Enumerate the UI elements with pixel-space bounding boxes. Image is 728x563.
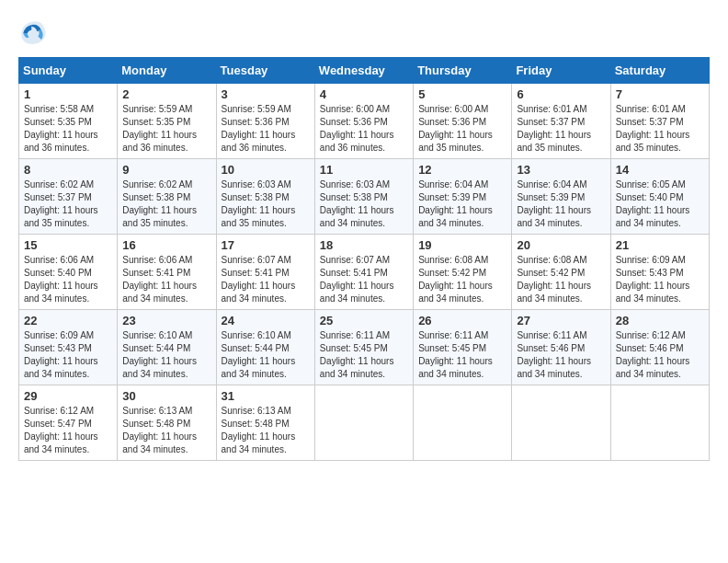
calendar-cell: 13 Sunrise: 6:04 AMSunset: 5:39 PMDaylig… <box>512 159 610 235</box>
calendar-cell: 18 Sunrise: 6:07 AMSunset: 5:41 PMDaylig… <box>314 235 413 310</box>
calendar-cell <box>414 385 512 461</box>
cell-info: Sunrise: 6:03 AMSunset: 5:38 PMDaylight:… <box>320 179 394 228</box>
cell-info: Sunrise: 6:10 AMSunset: 5:44 PMDaylight:… <box>222 330 296 379</box>
calendar-cell <box>314 385 413 461</box>
cell-info: Sunrise: 6:09 AMSunset: 5:43 PMDaylight:… <box>616 255 690 304</box>
calendar-cell: 30 Sunrise: 6:13 AMSunset: 5:48 PMDaylig… <box>118 385 216 461</box>
day-number: 3 <box>222 87 310 101</box>
day-number: 10 <box>222 163 310 177</box>
day-number: 26 <box>418 314 506 327</box>
column-header-monday: Monday <box>118 58 216 84</box>
cell-info: Sunrise: 5:58 AMSunset: 5:35 PMDaylight:… <box>24 104 98 153</box>
column-header-thursday: Thursday <box>414 58 512 84</box>
cell-info: Sunrise: 6:12 AMSunset: 5:47 PMDaylight:… <box>24 406 98 454</box>
calendar-cell: 14 Sunrise: 6:05 AMSunset: 5:40 PMDaylig… <box>610 159 709 235</box>
day-number: 30 <box>122 389 210 403</box>
calendar-cell: 31 Sunrise: 6:13 AMSunset: 5:48 PMDaylig… <box>216 385 314 461</box>
day-number: 7 <box>616 87 704 101</box>
cell-info: Sunrise: 6:10 AMSunset: 5:44 PMDaylight:… <box>122 330 197 379</box>
day-number: 4 <box>320 87 408 101</box>
calendar-cell: 2 Sunrise: 5:59 AMSunset: 5:35 PMDayligh… <box>118 84 216 159</box>
calendar-cell <box>610 385 709 461</box>
day-number: 13 <box>517 163 605 177</box>
cell-info: Sunrise: 6:05 AMSunset: 5:40 PMDaylight:… <box>616 179 690 228</box>
day-number: 23 <box>122 314 210 327</box>
cell-info: Sunrise: 6:08 AMSunset: 5:42 PMDaylight:… <box>517 255 591 304</box>
cell-info: Sunrise: 6:04 AMSunset: 5:39 PMDaylight:… <box>418 179 493 228</box>
calendar-cell: 27 Sunrise: 6:11 AMSunset: 5:46 PMDaylig… <box>512 310 610 385</box>
day-number: 18 <box>320 238 408 252</box>
cell-info: Sunrise: 6:01 AMSunset: 5:37 PMDaylight:… <box>517 104 591 153</box>
day-number: 2 <box>122 87 210 101</box>
day-number: 9 <box>122 163 210 177</box>
cell-info: Sunrise: 6:07 AMSunset: 5:41 PMDaylight:… <box>222 255 296 304</box>
day-number: 15 <box>24 238 112 252</box>
column-header-tuesday: Tuesday <box>216 58 314 84</box>
cell-info: Sunrise: 6:06 AMSunset: 5:41 PMDaylight:… <box>122 255 197 304</box>
day-number: 16 <box>122 238 210 252</box>
cell-info: Sunrise: 6:09 AMSunset: 5:43 PMDaylight:… <box>24 330 98 379</box>
cell-info: Sunrise: 6:06 AMSunset: 5:40 PMDaylight:… <box>24 255 98 304</box>
calendar-cell: 21 Sunrise: 6:09 AMSunset: 5:43 PMDaylig… <box>610 235 709 310</box>
day-number: 8 <box>24 163 112 177</box>
calendar: SundayMondayTuesdayWednesdayThursdayFrid… <box>18 57 710 461</box>
calendar-cell: 11 Sunrise: 6:03 AMSunset: 5:38 PMDaylig… <box>314 159 413 235</box>
cell-info: Sunrise: 6:13 AMSunset: 5:48 PMDaylight:… <box>222 406 296 454</box>
day-number: 20 <box>517 238 605 252</box>
calendar-cell: 12 Sunrise: 6:04 AMSunset: 5:39 PMDaylig… <box>414 159 512 235</box>
calendar-cell: 5 Sunrise: 6:00 AMSunset: 5:36 PMDayligh… <box>414 84 512 159</box>
cell-info: Sunrise: 6:03 AMSunset: 5:38 PMDaylight:… <box>222 179 296 228</box>
cell-info: Sunrise: 6:11 AMSunset: 5:45 PMDaylight:… <box>320 330 394 379</box>
calendar-cell: 29 Sunrise: 6:12 AMSunset: 5:47 PMDaylig… <box>19 385 118 461</box>
logo <box>18 18 51 48</box>
cell-info: Sunrise: 6:13 AMSunset: 5:48 PMDaylight:… <box>122 406 197 454</box>
day-number: 24 <box>222 314 310 327</box>
calendar-cell: 6 Sunrise: 6:01 AMSunset: 5:37 PMDayligh… <box>512 84 610 159</box>
day-number: 22 <box>24 314 112 327</box>
calendar-cell: 24 Sunrise: 6:10 AMSunset: 5:44 PMDaylig… <box>216 310 314 385</box>
calendar-cell: 20 Sunrise: 6:08 AMSunset: 5:42 PMDaylig… <box>512 235 610 310</box>
calendar-cell: 26 Sunrise: 6:11 AMSunset: 5:45 PMDaylig… <box>414 310 512 385</box>
day-number: 28 <box>616 314 704 327</box>
calendar-cell: 23 Sunrise: 6:10 AMSunset: 5:44 PMDaylig… <box>118 310 216 385</box>
day-number: 17 <box>222 238 310 252</box>
calendar-cell: 3 Sunrise: 5:59 AMSunset: 5:36 PMDayligh… <box>216 84 314 159</box>
column-header-friday: Friday <box>512 58 610 84</box>
cell-info: Sunrise: 6:07 AMSunset: 5:41 PMDaylight:… <box>320 255 394 304</box>
cell-info: Sunrise: 6:02 AMSunset: 5:37 PMDaylight:… <box>24 179 98 228</box>
calendar-cell: 9 Sunrise: 6:02 AMSunset: 5:38 PMDayligh… <box>118 159 216 235</box>
day-number: 19 <box>418 238 506 252</box>
calendar-cell: 16 Sunrise: 6:06 AMSunset: 5:41 PMDaylig… <box>118 235 216 310</box>
day-number: 31 <box>222 389 310 403</box>
calendar-cell: 1 Sunrise: 5:58 AMSunset: 5:35 PMDayligh… <box>19 84 118 159</box>
cell-info: Sunrise: 6:02 AMSunset: 5:38 PMDaylight:… <box>122 179 197 228</box>
cell-info: Sunrise: 5:59 AMSunset: 5:36 PMDaylight:… <box>222 104 296 153</box>
cell-info: Sunrise: 6:01 AMSunset: 5:37 PMDaylight:… <box>616 104 690 153</box>
day-number: 6 <box>517 87 605 101</box>
cell-info: Sunrise: 6:11 AMSunset: 5:46 PMDaylight:… <box>517 330 591 379</box>
column-header-saturday: Saturday <box>610 58 709 84</box>
day-number: 29 <box>24 389 112 403</box>
calendar-cell: 8 Sunrise: 6:02 AMSunset: 5:37 PMDayligh… <box>19 159 118 235</box>
cell-info: Sunrise: 6:04 AMSunset: 5:39 PMDaylight:… <box>517 179 591 228</box>
column-header-wednesday: Wednesday <box>314 58 413 84</box>
calendar-cell: 15 Sunrise: 6:06 AMSunset: 5:40 PMDaylig… <box>19 235 118 310</box>
day-number: 25 <box>320 314 408 327</box>
calendar-cell: 4 Sunrise: 6:00 AMSunset: 5:36 PMDayligh… <box>314 84 413 159</box>
day-number: 5 <box>418 87 506 101</box>
day-number: 21 <box>616 238 704 252</box>
cell-info: Sunrise: 6:11 AMSunset: 5:45 PMDaylight:… <box>418 330 493 379</box>
day-number: 14 <box>616 163 704 177</box>
calendar-cell: 17 Sunrise: 6:07 AMSunset: 5:41 PMDaylig… <box>216 235 314 310</box>
calendar-cell: 7 Sunrise: 6:01 AMSunset: 5:37 PMDayligh… <box>610 84 709 159</box>
cell-info: Sunrise: 5:59 AMSunset: 5:35 PMDaylight:… <box>122 104 197 153</box>
cell-info: Sunrise: 6:00 AMSunset: 5:36 PMDaylight:… <box>418 104 493 153</box>
cell-info: Sunrise: 6:12 AMSunset: 5:46 PMDaylight:… <box>616 330 690 379</box>
calendar-cell: 10 Sunrise: 6:03 AMSunset: 5:38 PMDaylig… <box>216 159 314 235</box>
cell-info: Sunrise: 6:08 AMSunset: 5:42 PMDaylight:… <box>418 255 493 304</box>
calendar-cell <box>512 385 610 461</box>
day-number: 12 <box>418 163 506 177</box>
column-header-sunday: Sunday <box>19 58 118 84</box>
cell-info: Sunrise: 6:00 AMSunset: 5:36 PMDaylight:… <box>320 104 394 153</box>
day-number: 1 <box>24 87 112 101</box>
